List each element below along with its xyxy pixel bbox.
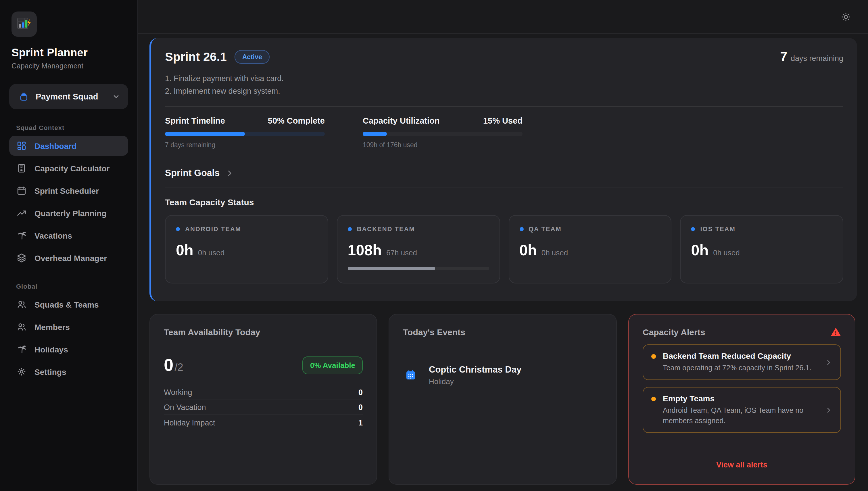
chevron-right-icon	[825, 406, 832, 414]
squad-selector-label: Payment Squad	[36, 92, 112, 101]
users-icon	[17, 322, 26, 332]
alerts-title: Capacity Alerts	[643, 327, 705, 337]
team-capacity-value: 0h	[519, 241, 537, 259]
app-tagline: Capacity Management	[11, 62, 128, 70]
team-card-ios: IOS TEAM 0h 0h used	[680, 215, 844, 284]
alert-severity-dot	[651, 354, 656, 359]
app-title: Sprint Planner	[11, 47, 128, 59]
event-list-item[interactable]: Coptic Christmas Day Holiday	[403, 365, 602, 386]
sidebar-item-label: Overhead Manager	[34, 253, 107, 262]
calendar-icon	[17, 186, 26, 196]
sprint-summary-card: Sprint 26.1 Active 7 days remaining 1. F…	[149, 38, 857, 301]
availability-row-vacation: On Vacation 0	[164, 400, 363, 415]
divider	[165, 106, 843, 107]
sidebar-item-label: Holidays	[34, 345, 68, 354]
todays-events-card: Today's Events Coptic Christmas Day Holi…	[389, 314, 617, 485]
alert-description: Android Team, QA Team, iOS Team have no …	[663, 405, 818, 426]
sprint-title: Sprint 26.1	[165, 50, 227, 64]
days-remaining-value: 7	[780, 50, 787, 64]
sprint-timeline-progress-fill	[165, 132, 245, 136]
chevron-right-icon	[825, 358, 832, 366]
capacity-alerts-card: Capacity Alerts Backend Team Reduced Cap…	[628, 314, 855, 485]
sidebar-item-label: Members	[34, 322, 70, 331]
sidebar-item-label: Settings	[34, 367, 66, 376]
palm-tree-icon	[17, 231, 26, 240]
alert-item-empty-teams[interactable]: Empty Teams Android Team, QA Team, iOS T…	[643, 387, 841, 433]
sidebar-item-vacations[interactable]: Vacations	[9, 225, 128, 246]
sidebar-item-capacity-calculator[interactable]: Capacity Calculator	[9, 158, 128, 178]
team-capacity-value: 108h	[348, 241, 382, 259]
sprint-timeline-progressbar	[165, 132, 325, 136]
sidebar-item-sprint-scheduler[interactable]: Sprint Scheduler	[9, 180, 128, 201]
team-card-qa: QA TEAM 0h 0h used	[508, 215, 672, 284]
bottom-cards-row: Team Availability Today 0 /2 0% Availabl…	[149, 314, 857, 485]
team-name: ANDROID TEAM	[185, 225, 241, 232]
alert-title: Backend Team Reduced Capacity	[663, 351, 818, 360]
available-total: /2	[175, 362, 183, 374]
event-type: Holiday	[429, 377, 521, 386]
team-capacity-grid: ANDROID TEAM 0h 0h used BACKEND TEAM	[165, 215, 843, 284]
sidebar: Sprint Planner Capacity Management Payme…	[0, 0, 138, 491]
sidebar-item-settings[interactable]: Settings	[9, 362, 128, 382]
sprint-timeline-value: 50% Complete	[268, 116, 325, 125]
main-area: Sprint 26.1 Active 7 days remaining 1. F…	[138, 0, 868, 491]
capacity-utilization-progressbar	[363, 132, 522, 136]
divider	[165, 187, 843, 187]
capacity-utilization-value: 15% Used	[483, 116, 522, 125]
theme-toggle-button[interactable]	[841, 12, 851, 22]
sidebar-item-squads-teams[interactable]: Squads & Teams	[9, 294, 128, 315]
team-capacity-value: 0h	[691, 241, 709, 259]
alert-title: Empty Teams	[663, 394, 818, 403]
sprint-timeline-stat: Sprint Timeline 50% Complete 7 days rema…	[165, 116, 325, 148]
topbar	[138, 0, 868, 34]
layers-icon	[17, 253, 26, 263]
row-label: On Vacation	[164, 403, 206, 412]
team-name: QA TEAM	[529, 225, 562, 232]
event-title: Coptic Christmas Day	[429, 365, 521, 375]
team-status-dot	[176, 227, 180, 231]
team-usage-progress-fill	[348, 267, 436, 270]
sprint-timeline-caption: 7 days remaining	[165, 141, 325, 148]
row-label: Working	[164, 388, 192, 397]
divider	[165, 159, 843, 159]
sprint-goals-preview: 1. Finalize payment with visa card. 2. I…	[165, 73, 843, 97]
availability-badge: 0% Available	[303, 356, 363, 374]
team-capacity-heading: Team Capacity Status	[165, 197, 843, 207]
capacity-utilization-caption: 109h of 176h used	[363, 141, 522, 148]
capacity-utilization-label: Capacity Utilization	[363, 116, 440, 125]
team-used-label: 0h used	[541, 249, 568, 257]
sidebar-item-overhead-manager[interactable]: Overhead Manager	[9, 248, 128, 268]
dashboard-icon	[17, 141, 26, 151]
alert-description: Team operating at 72% capacity in Sprint…	[663, 363, 818, 373]
sidebar-item-holidays[interactable]: Holidays	[9, 339, 128, 359]
sidebar-item-label: Quarterly Planning	[34, 208, 107, 218]
row-label: Holiday Impact	[164, 418, 215, 427]
sun-icon	[841, 12, 851, 22]
sprint-goals-link[interactable]: Sprint Goals	[165, 168, 843, 178]
sprint-goal-line: 1. Finalize payment with visa card.	[165, 73, 843, 85]
events-title: Today's Events	[403, 327, 602, 337]
team-status-dot	[348, 227, 352, 231]
users-icon	[17, 299, 26, 309]
alert-item-backend-capacity[interactable]: Backend Team Reduced Capacity Team opera…	[643, 344, 841, 380]
gear-icon	[17, 367, 26, 377]
sidebar-section-squad-context: Squad Context	[16, 124, 128, 131]
chevron-down-icon	[112, 92, 120, 100]
team-capacity-value: 0h	[176, 241, 193, 259]
team-card-backend: BACKEND TEAM 108h 67h used	[337, 215, 500, 284]
sidebar-item-dashboard[interactable]: Dashboard	[9, 136, 128, 156]
row-value: 0	[358, 403, 363, 412]
sidebar-item-members[interactable]: Members	[9, 317, 128, 337]
sprint-status-badge: Active	[235, 50, 270, 64]
sidebar-item-quarterly-planning[interactable]: Quarterly Planning	[9, 203, 128, 223]
team-name: IOS TEAM	[700, 225, 736, 232]
app-window: Sprint Planner Capacity Management Payme…	[0, 0, 868, 491]
team-usage-progressbar	[348, 267, 489, 270]
palm-tree-icon	[17, 344, 26, 354]
app-logo	[11, 11, 37, 37]
view-all-alerts-link[interactable]: View all alerts	[643, 461, 841, 471]
calendar-event-icon	[405, 370, 416, 381]
squad-selector[interactable]: Payment Squad	[9, 84, 128, 109]
team-card-android: ANDROID TEAM 0h 0h used	[165, 215, 328, 284]
days-remaining-label: days remaining	[791, 54, 843, 63]
